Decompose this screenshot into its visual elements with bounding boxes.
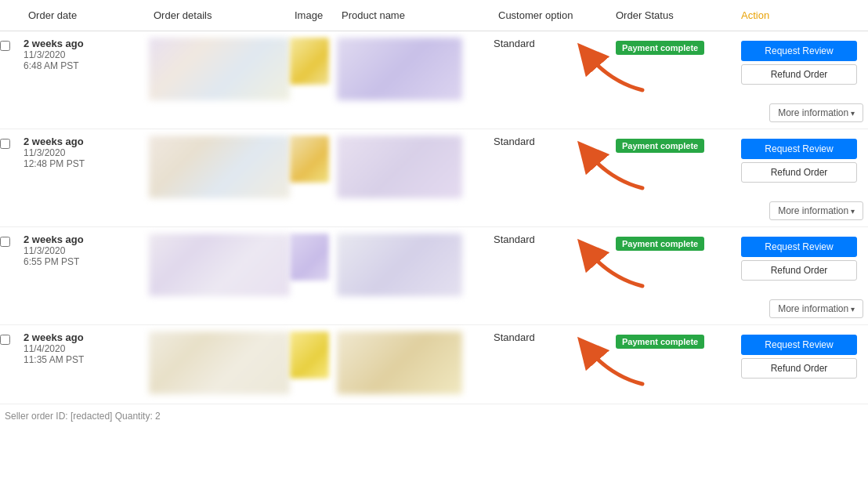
more-info-button-2[interactable]: More information [769, 201, 863, 220]
customer-option-2: Standard [494, 136, 611, 147]
order-status-1: Payment complete [611, 38, 736, 58]
order-date-1: 2 weeks ago 11/3/2020 6:48 AM PST [24, 38, 149, 71]
checkbox-2[interactable] [0, 136, 24, 151]
image-4 [290, 331, 337, 379]
order-details-2 [149, 136, 290, 198]
header-customer-option: Customer option [494, 6, 611, 24]
action-cell-4: Request Review Refund Order [736, 331, 862, 382]
checkbox-1[interactable] [0, 38, 24, 53]
product-name-1 [337, 38, 494, 100]
order-status-4: Payment complete [611, 331, 736, 352]
refund-order-button-1[interactable]: Refund Order [741, 64, 857, 85]
header-order-status: Order Status [611, 6, 736, 24]
customer-option-3: Standard [494, 234, 611, 245]
table-header: Order date Order details Image Product n… [0, 0, 868, 31]
request-review-button-4[interactable]: Request Review [741, 335, 857, 355]
action-cell-2: Request Review Refund Order [736, 136, 862, 186]
order-date-3: 2 weeks ago 11/3/2020 6:55 PM PST [24, 234, 149, 267]
image-2 [290, 136, 337, 183]
footer-note: Seller order ID: [redacted] Quantity: 2 [0, 404, 868, 428]
refund-order-button-3[interactable]: Refund Order [741, 260, 857, 281]
order-details-4 [149, 331, 290, 394]
orders-table: Order date Order details Image Product n… [0, 0, 868, 428]
order-status-3: Payment complete [611, 234, 736, 254]
order-row-4: 2 weeks ago 11/4/2020 11:35 AM PST Stand… [0, 325, 868, 404]
header-order-details: Order details [149, 6, 290, 24]
header-checkbox [0, 6, 24, 24]
header-product-name: Product name [337, 6, 494, 24]
image-3 [290, 234, 337, 281]
header-action: Action [736, 6, 862, 24]
request-review-button-1[interactable]: Request Review [741, 41, 857, 61]
customer-option-1: Standard [494, 38, 611, 49]
more-info-button-1[interactable]: More information [769, 103, 863, 122]
order-date-4: 2 weeks ago 11/4/2020 11:35 AM PST [24, 331, 149, 365]
order-status-2: Payment complete [611, 136, 736, 156]
customer-option-4: Standard [494, 331, 611, 343]
refund-order-button-4[interactable]: Refund Order [741, 358, 857, 379]
request-review-button-3[interactable]: Request Review [741, 237, 857, 257]
image-1 [290, 38, 337, 85]
checkbox-4[interactable] [0, 331, 24, 347]
checkbox-3[interactable] [0, 234, 24, 249]
more-info-button-3[interactable]: More information [769, 299, 863, 318]
product-name-4 [337, 331, 494, 394]
order-row-3: 2 weeks ago 11/3/2020 6:55 PM PST Standa… [0, 227, 868, 325]
product-name-3 [337, 234, 494, 296]
order-date-2: 2 weeks ago 11/3/2020 12:48 PM PST [24, 136, 149, 169]
refund-order-button-2[interactable]: Refund Order [741, 162, 857, 183]
header-image: Image [290, 6, 337, 24]
header-order-date: Order date [24, 6, 149, 24]
order-row-2: 2 weeks ago 11/3/2020 12:48 PM PST Stand… [0, 129, 868, 227]
action-cell-1: Request Review Refund Order [736, 38, 862, 88]
order-details-1 [149, 38, 290, 100]
order-row-1: 2 weeks ago 11/3/2020 6:48 AM PST Standa… [0, 31, 868, 129]
request-review-button-2[interactable]: Request Review [741, 139, 857, 159]
action-cell-3: Request Review Refund Order [736, 234, 862, 284]
order-details-3 [149, 234, 290, 296]
product-name-2 [337, 136, 494, 198]
